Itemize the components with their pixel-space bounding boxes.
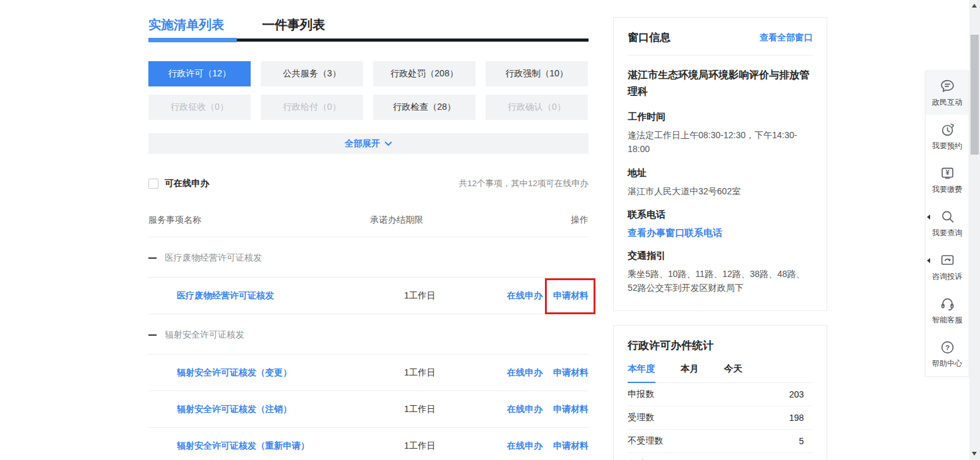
application-materials-link[interactable]: 申请材料 [553, 440, 589, 452]
view-all-windows-link[interactable]: 查看全部窗口 [760, 32, 813, 44]
category-administrative-inspection[interactable]: 行政检查（28） [373, 95, 475, 120]
stat-value: 5 [799, 436, 813, 446]
application-materials-link-highlighted[interactable]: 申请材料 [553, 290, 589, 302]
window-info-panel: 窗口信息 查看全部窗口 湛江市生态环境局环境影响评价与排放管理科 工作时间 逢法… [613, 17, 827, 311]
category-administrative-penalty[interactable]: 行政处罚（208） [373, 61, 475, 86]
items-count-summary: 共12个事项，其中12项可在线申办 [458, 178, 589, 189]
svg-text:¥: ¥ [945, 168, 950, 176]
appointment-clock-icon [940, 122, 955, 138]
column-header-action: 操作 [496, 215, 589, 226]
table-row: 辐射安全许可证核发（变更） 1工作日 在线申办 申请材料 [148, 355, 589, 391]
collapse-minus-icon[interactable] [148, 257, 157, 259]
headset-icon [940, 296, 955, 312]
expand-all-label: 全部展开 [345, 138, 380, 150]
address-label: 地址 [628, 167, 813, 179]
help-question-icon: ? [940, 339, 955, 355]
tab-underline [148, 38, 589, 42]
stat-row-accepted: 受理数 198 [628, 406, 813, 430]
vertical-scrollbar[interactable] [969, 0, 980, 460]
phone-label: 联系电话 [628, 209, 813, 221]
online-filter-label: 可在线申办 [165, 178, 209, 189]
deadline-value: 1工作日 [370, 404, 496, 415]
service-name-link[interactable]: 医疗废物经营许可证核发 [148, 290, 370, 302]
toolbar-item-payment[interactable]: ¥ 我要缴费 [926, 158, 969, 202]
window-info-title: 窗口信息 [628, 30, 671, 45]
online-apply-link[interactable]: 在线申办 [507, 404, 542, 415]
search-icon [940, 209, 955, 225]
category-administrative-confirmation[interactable]: 行政确认（0） [486, 95, 588, 120]
category-administrative-license[interactable]: 行政许可（12） [148, 61, 251, 86]
service-name-link[interactable]: 辐射安全许可证核发（重新申请） [148, 440, 370, 452]
service-list-section: 实施清单列表 一件事列表 行政许可（12） 公共服务（3） 行政处罚（208） … [148, 0, 589, 460]
list-tabs: 实施清单列表 一件事列表 [148, 16, 589, 33]
collapse-left-triangle-icon[interactable] [927, 258, 930, 263]
online-filter-checkbox[interactable] [148, 179, 158, 189]
table-header: 服务事项名称 承诺办结期限 操作 [148, 215, 589, 237]
stats-tabs: 本年度 本月 今天 [628, 363, 813, 383]
floating-side-toolbar: 政民互动 我要预约 ¥ 我要缴费 我要查询 咨询投诉 [925, 71, 969, 377]
stat-row-rejected: 不受理数 5 [628, 430, 813, 453]
toolbar-item-complaint[interactable]: 咨询投诉 [926, 245, 969, 289]
scrollbar-thumb[interactable] [971, 35, 979, 155]
view-window-phone-link[interactable]: 查看办事窗口联系电话 [628, 227, 813, 239]
license-stats-panel: 行政许可办件统计 本年度 本月 今天 申报数 203 受理数 198 不受理数 … [613, 325, 827, 460]
column-header-deadline: 承诺办结期限 [370, 215, 496, 226]
work-time-value: 逢法定工作日上午08:30-12:30，下午14:30-18:00 [628, 128, 813, 156]
table-row: 辐射安全许可证核发（重新申请） 1工作日 在线申办 申请材料 [148, 428, 589, 460]
government-services-page: 实施清单列表 一件事列表 行政许可（12） 公共服务（3） 行政处罚（208） … [0, 0, 980, 460]
address-value: 湛江市人民大道中32号602室 [628, 184, 813, 198]
table-row: 医疗废物经营许可证核发 1工作日 在线申办 申请材料 [148, 278, 589, 314]
tab-divider-bar [237, 38, 589, 42]
collapse-left-triangle-icon[interactable] [927, 215, 930, 220]
column-header-name: 服务事项名称 [148, 215, 370, 226]
category-administrative-payment[interactable]: 行政给付（0） [261, 95, 363, 120]
toolbar-item-smart-service[interactable]: 智能客服 [926, 289, 969, 333]
department-name: 湛江市生态环境局环境影响评价与排放管理科 [628, 67, 813, 100]
svg-text:?: ? [945, 344, 950, 351]
online-apply-link[interactable]: 在线申办 [507, 290, 542, 302]
service-name-link[interactable]: 辐射安全许可证核发（变更） [148, 367, 370, 379]
stat-value: 203 [789, 389, 813, 399]
deadline-value: 1工作日 [370, 367, 496, 379]
application-materials-link[interactable]: 申请材料 [553, 404, 589, 415]
category-filter-buttons: 行政许可（12） 公共服务（3） 行政处罚（208） 行政强制（10） 行政征收… [148, 61, 589, 120]
chevron-down-icon [385, 141, 392, 146]
online-filter-row: 可在线申办 共12个事项，其中12项可在线申办 [148, 178, 589, 189]
stat-value: 198 [789, 413, 813, 423]
work-time-label: 工作时间 [628, 111, 813, 123]
tab-one-thing-list[interactable]: 一件事列表 [262, 16, 325, 33]
deadline-value: 1工作日 [370, 290, 496, 302]
expand-all-button[interactable]: 全部展开 [148, 133, 589, 154]
toolbar-item-appointment[interactable]: 我要预约 [926, 115, 969, 158]
payment-yen-icon: ¥ [940, 165, 955, 181]
group-label: 辐射安全许可证核发 [165, 329, 244, 341]
category-administrative-levy[interactable]: 行政征收（0） [148, 95, 251, 120]
table-row: 辐射安全许可证核发（注销） 1工作日 在线申办 申请材料 [148, 391, 589, 428]
group-label: 医疗废物经营许可证核发 [165, 252, 262, 264]
collapse-minus-icon[interactable] [148, 334, 157, 336]
stats-tab-this-year[interactable]: 本年度 [628, 363, 655, 383]
category-administrative-coercion[interactable]: 行政强制（10） [486, 61, 588, 86]
toolbar-item-help-center[interactable]: ? 帮助中心 [926, 333, 969, 376]
stat-row-declared: 申报数 203 [628, 383, 813, 406]
transit-label: 交通指引 [628, 250, 813, 262]
online-apply-link[interactable]: 在线申办 [507, 367, 542, 379]
stats-tab-this-month[interactable]: 本月 [681, 363, 699, 382]
service-name-link[interactable]: 辐射安全许可证核发（注销） [148, 404, 370, 415]
scrollbar-up-arrow-icon[interactable] [972, 4, 977, 8]
toolbar-item-inquiry[interactable]: 我要查询 [926, 202, 969, 245]
category-public-service[interactable]: 公共服务（3） [261, 61, 363, 86]
scrollbar-down-arrow-icon[interactable] [972, 452, 977, 456]
group-header-radiation-safety: 辐射安全许可证核发 [148, 314, 589, 355]
complaint-icon [940, 252, 955, 268]
tab-implementation-list[interactable]: 实施清单列表 [148, 16, 224, 33]
toolbar-item-public-interaction[interactable]: 政民互动 [926, 71, 969, 115]
chat-icon [940, 78, 955, 94]
stats-title: 行政许可办件统计 [628, 326, 813, 353]
transit-value: 乘坐5路、10路、11路、12路、38路、48路、52路公交车到开发区财政局下 [628, 267, 813, 295]
application-materials-link[interactable]: 申请材料 [553, 367, 589, 379]
online-apply-link[interactable]: 在线申办 [507, 440, 542, 452]
group-header-medical-waste: 医疗废物经营许可证核发 [148, 237, 589, 278]
stats-tab-today[interactable]: 今天 [724, 363, 743, 382]
stat-row-completed: 办结数 177 [628, 453, 813, 460]
